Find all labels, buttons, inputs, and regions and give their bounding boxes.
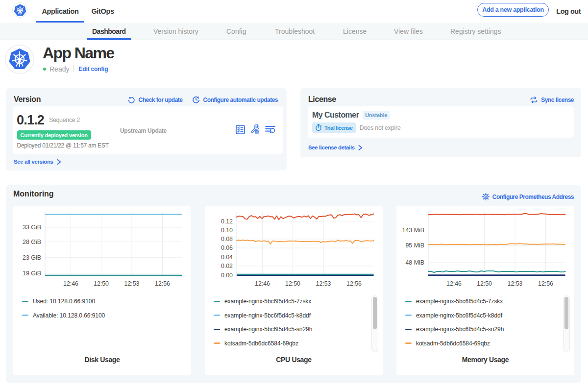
svg-text:28 GiB: 28 GiB xyxy=(23,239,41,245)
svg-text:33 GiB: 33 GiB xyxy=(23,224,41,231)
svg-text:23 GiB: 23 GiB xyxy=(23,254,41,261)
svg-text:0.06: 0.06 xyxy=(221,244,233,251)
svg-text:19 GiB: 19 GiB xyxy=(23,270,41,277)
svg-text:12:46: 12:46 xyxy=(63,280,78,287)
svg-text:12:50: 12:50 xyxy=(477,280,492,287)
svg-text:12:46: 12:46 xyxy=(446,280,462,287)
svg-text:12:56: 12:56 xyxy=(538,280,553,287)
svg-text:0.04: 0.04 xyxy=(221,254,233,261)
svg-text:48 MiB: 48 MiB xyxy=(405,259,424,266)
svg-text:12:53: 12:53 xyxy=(507,280,522,287)
svg-text:12:53: 12:53 xyxy=(124,280,139,287)
svg-text:12:46: 12:46 xyxy=(255,280,270,287)
svg-text:12:50: 12:50 xyxy=(285,280,300,287)
svg-text:0.12: 0.12 xyxy=(221,218,233,225)
svg-text:12:50: 12:50 xyxy=(94,280,109,287)
svg-text:143 MiB: 143 MiB xyxy=(402,227,424,234)
svg-text:12:53: 12:53 xyxy=(316,280,331,287)
svg-text:0.00: 0.00 xyxy=(221,272,233,279)
svg-text:12:56: 12:56 xyxy=(155,280,170,287)
svg-text:12:56: 12:56 xyxy=(346,280,362,287)
svg-text:95 MiB: 95 MiB xyxy=(405,242,424,249)
svg-text:0.10: 0.10 xyxy=(221,227,233,234)
svg-text:0.08: 0.08 xyxy=(221,236,233,243)
svg-text:0.02: 0.02 xyxy=(221,263,233,269)
